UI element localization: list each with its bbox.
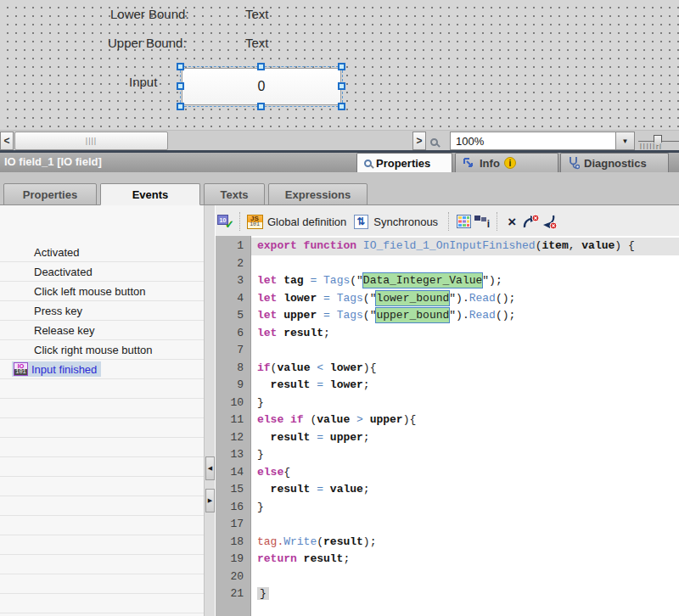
line-number: 12 <box>216 429 251 447</box>
code-text: let upper = Tags("upper_bound").Read(); <box>251 307 679 325</box>
event-item[interactable]: IO101Input finished <box>0 360 204 379</box>
code-line[interactable]: 12 result = upper; <box>216 429 679 447</box>
line-number: 15 <box>216 481 251 499</box>
event-item[interactable]: Deactivated <box>0 262 204 282</box>
subtab-expressions[interactable]: Expressions <box>268 183 368 205</box>
collapse-right-button[interactable]: ▶ <box>205 489 215 512</box>
tab-info-inspector[interactable]: Info i <box>455 153 558 172</box>
line-number: 19 <box>216 551 251 568</box>
zoom-dropdown-button[interactable]: ▼ <box>615 132 634 149</box>
line-number: 2 <box>216 255 251 273</box>
code-line[interactable]: 17 <box>216 516 679 534</box>
curved-arrow-redx-icon <box>521 214 540 230</box>
tab-diagnostics-inspector[interactable]: Diagnostics <box>560 153 669 172</box>
code-line[interactable]: 11else if (value > upper){ <box>216 412 679 429</box>
magnifier-icon <box>430 138 438 146</box>
code-line[interactable]: 3let tag = Tags("Data_Integer_Value"); <box>216 272 679 290</box>
line-number: 8 <box>216 360 251 378</box>
code-line[interactable]: 20 <box>216 568 679 586</box>
code-line[interactable]: 5let upper = Tags("upper_bound").Read(); <box>216 307 679 325</box>
code-text: export function IO_field_1_OnInputFinish… <box>251 238 679 255</box>
tab-properties-inspector[interactable]: Properties <box>356 153 452 172</box>
object-info-button[interactable]: i <box>473 211 491 232</box>
selection-handle-sw[interactable] <box>177 103 184 110</box>
hscrollbar-thumb[interactable]: |||| <box>14 132 168 150</box>
code-text: tag.Write(result); <box>251 534 679 552</box>
code-line[interactable]: 16} <box>216 499 679 517</box>
event-item[interactable]: Click left mouse button <box>0 282 204 301</box>
screen-design-canvas[interactable]: Lower Bound: Text Upper Bound: Text Inpu… <box>0 0 679 130</box>
code-text <box>251 568 679 586</box>
subtab-events[interactable]: Events <box>100 183 200 205</box>
event-item[interactable]: Activated <box>0 243 204 262</box>
zoom-level-combobox[interactable]: 100% ▼ <box>450 132 635 150</box>
remove-backward-reference-button[interactable] <box>540 211 558 232</box>
code-line[interactable]: 10} <box>216 395 679 412</box>
scroll-right-button[interactable]: > <box>412 132 426 150</box>
code-line[interactable]: 4let lower = Tags("lower_bound").Read(); <box>216 290 679 308</box>
upper-bound-text-field[interactable]: Text <box>245 36 269 50</box>
code-line[interactable]: 18tag.Write(result); <box>216 534 679 552</box>
event-item[interactable]: Release key <box>0 321 204 340</box>
code-line[interactable]: 9 result = lower; <box>216 377 679 395</box>
event-empty-row <box>0 574 204 594</box>
zoom-tool-icon[interactable] <box>430 134 446 149</box>
panel-splitter[interactable]: ◀ ▶ <box>204 205 216 616</box>
event-empty-row <box>0 457 204 477</box>
check-syntax-button[interactable]: 10 ✓ <box>216 211 234 232</box>
line-number: 7 <box>216 342 251 360</box>
event-item[interactable]: Press key <box>0 301 204 321</box>
delete-button[interactable]: × <box>502 211 521 232</box>
code-line[interactable]: 6let result; <box>216 325 679 343</box>
selection-handle-nw[interactable] <box>177 63 184 70</box>
upper-bound-label[interactable]: Upper Bound: <box>108 36 187 50</box>
code-line[interactable]: 19return result; <box>216 551 679 568</box>
selection-handle-e[interactable] <box>338 82 345 90</box>
code-line[interactable]: 21} <box>216 585 679 603</box>
code-text: else{ <box>251 464 679 482</box>
event-empty-row <box>0 535 204 555</box>
lower-bound-text-field[interactable]: Text <box>245 7 269 21</box>
zoom-level-value: 100% <box>451 135 615 148</box>
lower-bound-label[interactable]: Lower Bound: <box>110 7 189 21</box>
toolbar-separator <box>448 212 449 231</box>
subtab-properties[interactable]: Properties <box>3 183 97 205</box>
remove-forward-reference-button[interactable] <box>521 211 540 232</box>
code-line[interactable]: 2 <box>216 255 679 273</box>
code-line[interactable]: 1export function IO_field_1_OnInputFinis… <box>216 238 679 255</box>
scroll-left-button[interactable]: < <box>0 132 14 150</box>
code-line[interactable]: 15 result = value; <box>216 481 679 499</box>
code-line[interactable]: 8if(value < lower){ <box>216 360 679 378</box>
global-definition-button[interactable]: JS 101 <box>245 211 264 232</box>
tia-portal-window: Lower Bound: Text Upper Bound: Text Inpu… <box>0 0 679 616</box>
selection-handle-se[interactable] <box>338 103 345 110</box>
code-text: result = value; <box>251 481 679 499</box>
tab-label: Diagnostics <box>584 157 647 170</box>
script-editor[interactable]: 1export function IO_field_1_OnInputFinis… <box>216 236 679 616</box>
selection-handle-s[interactable] <box>257 103 265 110</box>
event-label: Release key <box>34 324 95 337</box>
line-number: 21 <box>216 585 251 603</box>
io-field-widget[interactable]: 0 <box>182 68 341 105</box>
selection-handle-w[interactable] <box>177 82 184 90</box>
selection-handle-ne[interactable] <box>338 63 345 70</box>
delete-x-icon: × <box>508 215 516 229</box>
line-number: 17 <box>216 516 251 534</box>
input-label[interactable]: Input <box>129 75 157 89</box>
code-text: let tag = Tags("Data_Integer_Value"); <box>251 272 679 290</box>
code-line[interactable]: 13} <box>216 446 679 464</box>
subtab-label: Expressions <box>285 188 351 201</box>
selection-handle-n[interactable] <box>257 63 265 70</box>
script-toolbar: 10 ✓ JS 101 Global definition ⇅ Synchron… <box>216 209 679 234</box>
subtab-texts[interactable]: Texts <box>204 183 265 205</box>
snippets-button[interactable] <box>454 211 473 232</box>
code-line[interactable]: 14else{ <box>216 464 679 482</box>
event-item[interactable]: Click right mouse button <box>0 340 204 360</box>
subtab-label: Properties <box>23 188 77 201</box>
curved-arrow-down-redx-icon <box>540 214 558 230</box>
synchronous-button[interactable]: ⇅ <box>351 211 370 232</box>
code-line[interactable]: 7 <box>216 342 679 360</box>
collapse-left-button[interactable]: ◀ <box>205 456 215 480</box>
event-label: Input finished <box>31 363 97 376</box>
zoom-slider[interactable]: ||||||| <box>638 132 679 150</box>
